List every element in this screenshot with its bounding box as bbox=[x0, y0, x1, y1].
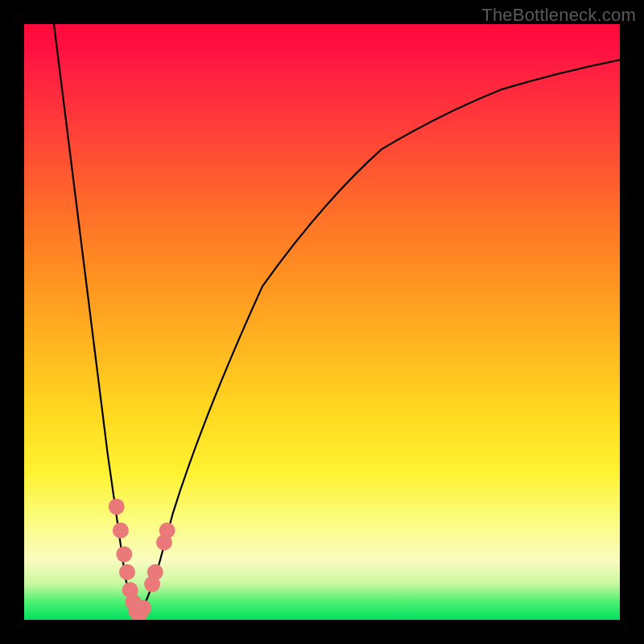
marker-dot bbox=[135, 600, 151, 616]
bottleneck-curve bbox=[54, 24, 620, 620]
marker-dot bbox=[147, 564, 163, 580]
marker-group bbox=[109, 498, 175, 620]
marker-dot bbox=[159, 522, 175, 539]
marker-dot bbox=[119, 564, 135, 580]
chart-frame: TheBottleneck.com bbox=[0, 0, 644, 644]
chart-plot-area bbox=[24, 24, 620, 620]
marker-dot bbox=[109, 498, 125, 514]
marker-dot bbox=[113, 522, 129, 539]
chart-svg bbox=[24, 24, 620, 620]
marker-dot bbox=[116, 547, 132, 563]
watermark-text: TheBottleneck.com bbox=[481, 5, 636, 26]
